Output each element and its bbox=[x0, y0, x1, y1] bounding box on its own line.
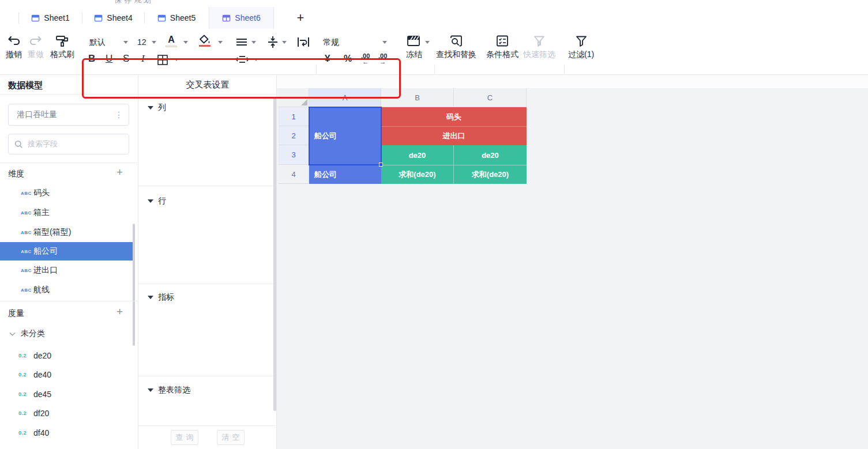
measure-group-toggle[interactable]: 未分类 bbox=[9, 329, 45, 339]
find-replace-button[interactable]: 查找和替换 bbox=[436, 35, 476, 60]
sidebar-scrollbar[interactable] bbox=[133, 224, 135, 346]
add-sheet-button[interactable]: + bbox=[292, 9, 309, 27]
select-all-corner[interactable] bbox=[279, 88, 309, 107]
chevron-down-icon[interactable] bbox=[254, 58, 258, 61]
spreadsheet-canvas[interactable]: A B C 1 2 3 4 船公司 船公司 码头 进出口 de20 de20 求… bbox=[277, 75, 868, 449]
measure-item[interactable]: 0.2 de45 bbox=[0, 386, 134, 403]
tab-label: Sheet4 bbox=[107, 13, 132, 22]
row-header-3[interactable]: 3 bbox=[279, 145, 309, 165]
query-button[interactable]: 查询 bbox=[171, 430, 198, 445]
add-dimension-button[interactable]: + bbox=[117, 166, 123, 179]
currency-format-button[interactable]: ¥ bbox=[325, 53, 330, 65]
clear-button[interactable]: 清空 bbox=[217, 430, 245, 445]
cell-b1-c1-merged[interactable]: 码头 bbox=[381, 107, 527, 126]
measure-item[interactable]: 0.2 df20 bbox=[0, 405, 134, 422]
format-painter-button[interactable]: 格式刷 bbox=[50, 35, 74, 60]
cell-c4[interactable]: 求和(de20) bbox=[454, 165, 527, 184]
font-color-button[interactable]: A bbox=[166, 35, 177, 47]
row-header-4[interactable]: 4 bbox=[279, 165, 309, 184]
indicators-section-header[interactable]: 指标 bbox=[148, 292, 174, 303]
column-header-c[interactable]: C bbox=[454, 88, 527, 107]
increase-decimal-button[interactable]: .00→ bbox=[378, 53, 387, 65]
kebab-menu-icon[interactable]: ⋮ bbox=[115, 110, 123, 119]
dimension-item[interactable]: ABC 箱主 bbox=[0, 204, 134, 221]
measures-header: 度量 bbox=[8, 308, 24, 319]
chevron-down-icon[interactable] bbox=[123, 41, 128, 44]
quick-filter-button[interactable]: 快速筛选 bbox=[523, 35, 555, 60]
column-header-a[interactable]: A bbox=[309, 88, 381, 107]
filter-funnel-icon bbox=[574, 35, 588, 47]
vertical-align-button[interactable] bbox=[267, 36, 279, 48]
dimension-item-selected[interactable]: ABC 船公司 bbox=[0, 242, 134, 261]
underline-button[interactable]: U bbox=[106, 53, 112, 65]
column-header-b[interactable]: B bbox=[381, 88, 454, 107]
select-all-triangle-icon bbox=[301, 99, 307, 105]
redo-icon bbox=[29, 35, 43, 47]
rows-section-header[interactable]: 行 bbox=[148, 196, 166, 206]
chevron-down-icon[interactable] bbox=[382, 41, 387, 44]
columns-section-header[interactable]: 列 bbox=[148, 103, 166, 113]
borders-button[interactable] bbox=[157, 54, 168, 66]
arrow-left-icon: ← bbox=[362, 59, 369, 65]
cell-b4[interactable]: 求和(de20) bbox=[381, 165, 454, 184]
conditional-format-button[interactable]: 条件格式 bbox=[486, 35, 518, 60]
search-input[interactable]: 搜索字段 bbox=[8, 134, 129, 154]
search-icon bbox=[14, 140, 23, 149]
dimension-item[interactable]: ABC 进出口 bbox=[0, 262, 134, 279]
selection-handle[interactable] bbox=[379, 163, 383, 167]
decrease-decimal-button[interactable]: .00← bbox=[361, 53, 370, 65]
tab-sheet5[interactable]: Sheet5 bbox=[145, 7, 208, 29]
tab-sheet4[interactable]: Sheet4 bbox=[82, 7, 144, 29]
chevron-down-icon[interactable] bbox=[282, 41, 287, 44]
cell-a4[interactable]: 船公司 bbox=[309, 165, 381, 184]
strikethrough-button[interactable]: S bbox=[123, 53, 129, 65]
wrap-text-button[interactable] bbox=[297, 36, 310, 48]
undo-button[interactable]: 撤销 bbox=[6, 35, 22, 60]
cell-a1-a3-merged[interactable]: 船公司 bbox=[309, 107, 381, 165]
panel-scrollbar[interactable] bbox=[273, 97, 276, 411]
add-measure-button[interactable]: + bbox=[117, 305, 123, 318]
caret-down-icon bbox=[148, 388, 153, 392]
percent-format-button[interactable]: % bbox=[344, 54, 352, 64]
cell-c3[interactable]: de20 bbox=[454, 145, 527, 165]
chevron-down-icon[interactable] bbox=[174, 58, 179, 61]
row-header-2[interactable]: 2 bbox=[279, 126, 309, 145]
dimension-item[interactable]: ABC 码头 bbox=[0, 184, 134, 202]
table-filter-section-header[interactable]: 整表筛选 bbox=[148, 385, 190, 395]
measure-item[interactable]: 0.2 de40 bbox=[0, 366, 134, 383]
dimension-item[interactable]: ABC 航线 bbox=[0, 281, 134, 299]
clipped-top-text: 保存规划 bbox=[114, 0, 153, 5]
cell-b2-c2-merged[interactable]: 进出口 bbox=[381, 126, 527, 145]
chevron-down-icon[interactable] bbox=[218, 41, 223, 44]
chevron-down-icon[interactable] bbox=[425, 41, 430, 44]
tab-sheet6-active[interactable]: Sheet6 bbox=[209, 7, 274, 29]
chevron-down-icon[interactable] bbox=[183, 41, 188, 44]
chevron-down-icon[interactable] bbox=[152, 41, 156, 44]
indent-button[interactable] bbox=[235, 54, 249, 65]
font-name-select[interactable]: 默认 bbox=[89, 37, 106, 48]
measure-item[interactable]: 0.2 de20 bbox=[0, 347, 134, 364]
dimension-item[interactable]: ABC 箱型(箱型) bbox=[0, 224, 134, 241]
measure-item[interactable]: 0.2 df40 bbox=[0, 424, 134, 442]
filter-button[interactable]: 过滤(1) bbox=[568, 35, 594, 60]
chevron-down-icon bbox=[9, 332, 16, 336]
divider bbox=[138, 425, 277, 426]
cell-b3[interactable]: de20 bbox=[381, 145, 454, 165]
panel-title: 交叉表设置 bbox=[138, 80, 277, 90]
model-select[interactable]: 港口吞吐量 ⋮ bbox=[8, 104, 129, 126]
divider bbox=[138, 376, 277, 376]
bold-button[interactable]: B bbox=[88, 53, 95, 65]
font-size-select[interactable]: 12 bbox=[137, 37, 146, 47]
toolbar: 撤销 重做 格式刷 默认 12 A B U S I bbox=[0, 29, 868, 75]
freeze-button[interactable]: 冻结 bbox=[406, 35, 422, 60]
redo-button[interactable]: 重做 bbox=[28, 35, 44, 60]
undo-icon bbox=[7, 35, 21, 47]
chevron-down-icon[interactable] bbox=[251, 41, 256, 44]
tab-sheet1[interactable]: Sheet1 bbox=[19, 7, 82, 29]
row-header-1[interactable]: 1 bbox=[279, 107, 309, 126]
fill-color-swatch bbox=[199, 45, 211, 47]
number-format-select[interactable]: 常规 bbox=[323, 37, 339, 48]
fill-color-button[interactable] bbox=[198, 35, 211, 47]
horizontal-align-button[interactable] bbox=[235, 37, 248, 48]
italic-button[interactable]: I bbox=[141, 53, 145, 65]
